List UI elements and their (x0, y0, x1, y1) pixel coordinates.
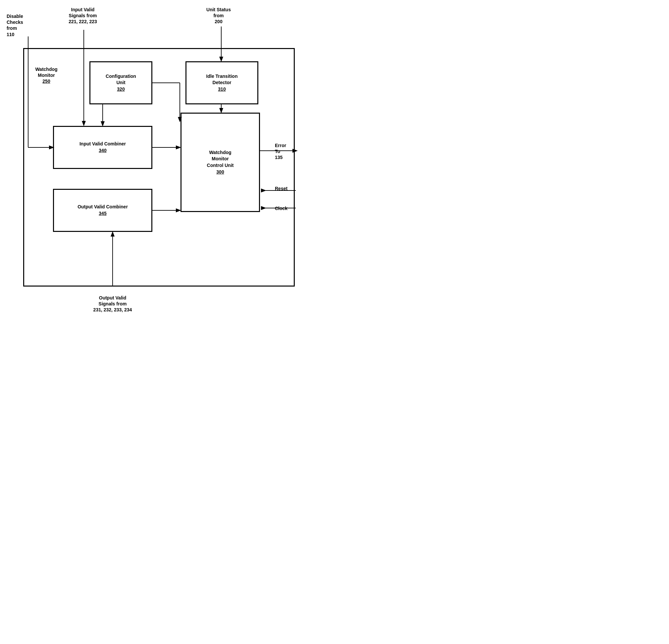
reset-label: Reset (275, 185, 301, 192)
unit-status-label: Unit Status from 200 (195, 6, 242, 25)
error-to-label: ErrorTo135 (275, 142, 308, 161)
config-unit-box: ConfigurationUnit320 (89, 61, 152, 104)
output-valid-signals-label: Output ValidSignals from231, 232, 233, 2… (80, 295, 146, 313)
watchdog-control-box: WatchdogMonitorControl Unit300 (181, 113, 260, 212)
output-valid-combiner-box: Output Valid Combiner345 (53, 189, 152, 232)
input-valid-combiner-box: Input Valid Combiner340 (53, 126, 152, 169)
diagram-container: Disable Checks from 110 Input Valid Sign… (0, 0, 334, 322)
clock-label: Clock (275, 206, 301, 211)
idle-transition-box: Idle TransitionDetector310 (185, 61, 258, 104)
disable-checks-label: Disable Checks from 110 (6, 13, 37, 38)
watchdog-monitor-label: WatchdogMonitor250 (27, 66, 66, 84)
input-valid-signals-label: Input Valid Signals from 221, 222, 223 (56, 6, 109, 25)
